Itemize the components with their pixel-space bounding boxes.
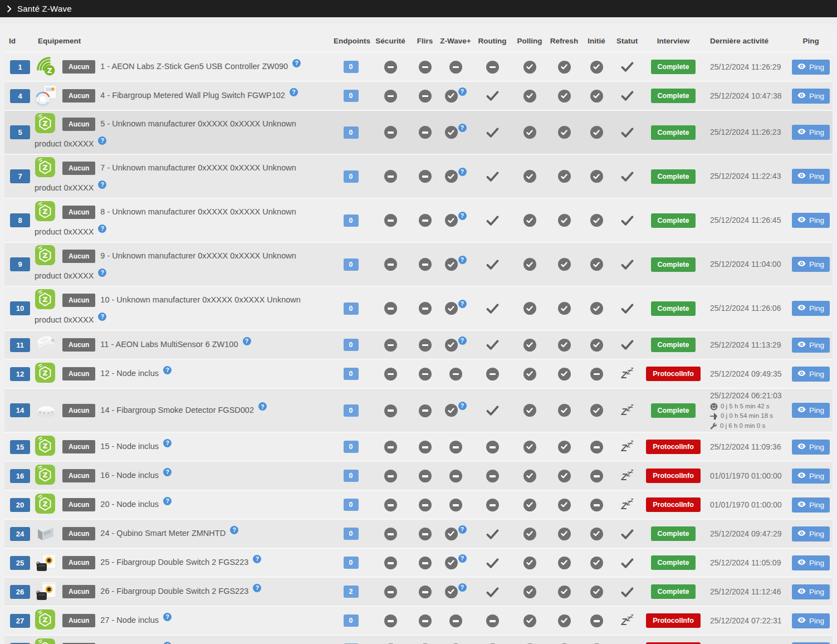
ping-button[interactable]: Ping <box>792 526 830 541</box>
ping-button[interactable]: Ping <box>792 367 830 382</box>
ping-button[interactable]: Ping <box>792 613 830 628</box>
eye-icon <box>797 172 806 180</box>
zwaveplus-status: ? <box>438 257 473 271</box>
help-icon[interactable]: ? <box>458 300 467 308</box>
help-icon[interactable]: ? <box>163 613 172 621</box>
statut-icon <box>612 303 642 314</box>
help-icon[interactable]: ? <box>163 642 172 644</box>
help-icon[interactable]: ? <box>458 402 467 410</box>
ping-button[interactable]: Ping <box>792 257 830 272</box>
help-icon[interactable]: ? <box>98 180 106 189</box>
zwaveplus-status: ? <box>438 338 473 352</box>
help-icon[interactable]: ? <box>163 366 172 374</box>
check-circle-icon <box>590 339 603 352</box>
ping-button[interactable]: Ping <box>792 440 830 455</box>
ping-button[interactable]: Ping <box>792 403 830 418</box>
routing-status <box>473 303 512 314</box>
device-id-badge: 26 <box>10 585 30 599</box>
zwaveplus-status: ? <box>438 527 473 541</box>
check-circle-icon <box>445 126 458 139</box>
association-badge: Aucun <box>62 614 95 627</box>
check-circle-icon <box>558 214 571 227</box>
svg-text:Z: Z <box>42 616 47 624</box>
equipment-cell: Aucun24 - Qubino Smart Meter ZMNHTD ? <box>33 521 332 546</box>
check-circle-icon <box>523 404 536 417</box>
ping-button[interactable]: Ping <box>792 169 830 184</box>
svg-text:Z: Z <box>42 163 47 172</box>
check-circle-icon <box>523 170 536 183</box>
check-circle-icon <box>558 614 571 627</box>
interview-badge: Complete <box>651 257 696 272</box>
help-icon[interactable]: ? <box>458 336 467 345</box>
help-icon[interactable]: ? <box>253 584 261 592</box>
routing-status <box>473 90 512 102</box>
help-icon[interactable]: ? <box>458 525 467 534</box>
ping-button[interactable]: Ping <box>792 125 830 140</box>
ping-button[interactable]: Ping <box>792 555 830 570</box>
refresh-status <box>547 527 581 541</box>
help-icon[interactable]: ? <box>458 212 467 220</box>
help-icon[interactable]: ? <box>253 555 261 563</box>
ping-button[interactable]: Ping <box>792 60 830 75</box>
ping-button[interactable]: Ping <box>792 497 830 513</box>
refresh-status <box>547 169 581 183</box>
help-icon[interactable]: ? <box>163 468 172 476</box>
help-icon[interactable]: ? <box>290 88 298 96</box>
help-icon[interactable]: ? <box>292 59 301 67</box>
zwaveplus-status <box>438 60 473 74</box>
ping-button[interactable]: Ping <box>792 213 830 228</box>
check-circle-icon <box>523 339 536 352</box>
help-icon[interactable]: ? <box>458 168 467 176</box>
help-icon[interactable]: ? <box>98 136 106 145</box>
minus-circle-icon <box>384 90 397 103</box>
ping-button[interactable]: Ping <box>792 89 830 104</box>
check-icon <box>621 127 634 136</box>
polling-status <box>512 257 547 271</box>
check-circle-icon <box>590 90 603 103</box>
help-icon[interactable]: ? <box>258 402 267 411</box>
ping-button[interactable]: Ping <box>792 338 830 353</box>
equipment-cell: ZAucun15 - Node inclus ? <box>33 435 332 459</box>
device-id-badge: 25 <box>10 556 30 570</box>
help-icon[interactable]: ? <box>458 124 467 132</box>
association-badge: Aucun <box>62 556 95 569</box>
ping-button[interactable]: Ping <box>792 584 830 599</box>
help-icon[interactable]: ? <box>98 269 106 277</box>
help-icon[interactable]: ? <box>458 583 467 592</box>
table-row: 1 ZAucun1 - AEON Labs Z-Stick Gen5 USB C… <box>4 52 833 81</box>
minus-circle-icon <box>449 470 462 482</box>
ping-button-label: Ping <box>809 443 824 451</box>
minus-circle-icon <box>419 528 432 540</box>
endpoints-badge: 0 <box>344 404 359 417</box>
help-icon[interactable]: ? <box>458 87 467 96</box>
help-icon[interactable]: ? <box>163 497 172 505</box>
routing-status <box>473 498 512 513</box>
col-header-polling: Polling <box>512 37 547 45</box>
initie-status <box>581 367 612 381</box>
check-icon <box>621 529 634 538</box>
help-icon[interactable]: ? <box>243 337 251 345</box>
help-icon[interactable]: ? <box>230 526 238 534</box>
ping-button[interactable]: Ping <box>792 301 830 316</box>
initie-status <box>581 301 612 315</box>
help-icon[interactable]: ? <box>98 313 106 321</box>
minus-circle-icon <box>419 302 432 315</box>
minus-circle-icon <box>419 90 432 103</box>
check-circle-icon <box>590 126 603 139</box>
initie-status <box>581 169 612 183</box>
check-circle-icon <box>558 528 571 540</box>
check-icon <box>621 215 634 225</box>
ping-button-label: Ping <box>809 370 824 378</box>
check-icon <box>486 587 499 596</box>
help-icon[interactable]: ? <box>458 256 467 264</box>
ping-button-label: Ping <box>809 304 824 313</box>
polling-status <box>512 89 547 103</box>
help-icon[interactable]: ? <box>98 225 106 233</box>
ping-button-label: Ping <box>809 341 824 349</box>
ping-button-label: Ping <box>809 216 824 225</box>
ping-button[interactable]: Ping <box>792 469 830 484</box>
help-icon[interactable]: ? <box>458 554 467 563</box>
help-icon[interactable]: ? <box>163 439 172 447</box>
interview-badge: ProtocolInfo <box>646 469 701 483</box>
statut-icon: ZZZ <box>612 366 642 382</box>
